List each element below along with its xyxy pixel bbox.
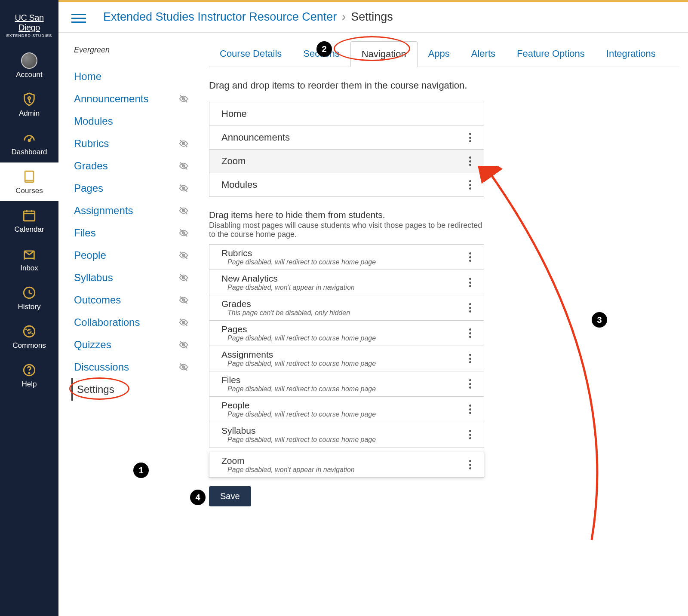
tab-integrations[interactable]: Integrations xyxy=(596,41,666,67)
eye-off-icon xyxy=(178,295,189,305)
course-nav-link[interactable]: Home xyxy=(74,70,101,83)
kebab-icon[interactable] xyxy=(469,354,472,363)
course-nav-item-syllabus[interactable]: Syllabus xyxy=(71,267,192,289)
hidden-item-desc: Page disabled, won't appear in navigatio… xyxy=(227,284,355,291)
nav-item-name: Modules xyxy=(221,179,257,190)
global-nav-item-commons[interactable]: Commons xyxy=(0,317,58,356)
course-nav-link[interactable]: Rubrics xyxy=(74,138,109,150)
global-nav-item-admin[interactable]: Admin xyxy=(0,85,58,124)
dragging-zoom-item[interactable]: Zoom Page disabled, won't appear in navi… xyxy=(209,452,484,478)
annotation-badge-3: 3 xyxy=(592,312,607,328)
visible-nav-item[interactable]: Zoom xyxy=(209,149,484,173)
global-nav-item-history[interactable]: History xyxy=(0,279,58,317)
visible-nav-item[interactable]: Home xyxy=(209,102,484,126)
course-nav-item-outcomes[interactable]: Outcomes xyxy=(71,289,192,311)
hidden-nav-item[interactable]: GradesThis page can't be disabled, only … xyxy=(209,295,484,320)
kebab-icon[interactable] xyxy=(469,303,472,313)
course-nav-item-people[interactable]: People xyxy=(71,244,192,267)
global-nav-item-help[interactable]: Help xyxy=(0,356,58,395)
course-nav-item-modules[interactable]: Modules xyxy=(71,110,192,132)
global-nav-item-account[interactable]: Account xyxy=(0,46,58,85)
global-nav-label: History xyxy=(18,303,41,311)
hidden-nav-item[interactable]: PagesPage disabled, will redirect to cou… xyxy=(209,320,484,346)
course-nav-link[interactable]: Outcomes xyxy=(74,294,121,306)
eye-off-icon xyxy=(178,139,189,148)
hidden-nav-item[interactable]: SyllabusPage disabled, will redirect to … xyxy=(209,422,484,447)
tab-navigation[interactable]: Navigation xyxy=(350,41,418,67)
eye-off-icon xyxy=(178,251,189,260)
course-nav-item-home[interactable]: Home xyxy=(71,65,192,88)
course-nav-link[interactable]: Discussions xyxy=(74,361,129,373)
tab-apps[interactable]: Apps xyxy=(418,41,461,67)
hidden-item-name: Assignments xyxy=(221,349,376,360)
kebab-icon[interactable] xyxy=(469,278,472,287)
course-nav-item-files[interactable]: Files xyxy=(71,222,192,244)
save-button[interactable]: Save xyxy=(209,486,251,506)
hidden-item-name: Syllabus xyxy=(221,426,376,436)
hidden-item-name: People xyxy=(221,400,376,411)
course-nav-link[interactable]: Syllabus xyxy=(74,272,113,284)
help-icon xyxy=(21,362,37,378)
kebab-icon[interactable] xyxy=(469,405,472,414)
hidden-nav-item[interactable]: RubricsPage disabled, will redirect to c… xyxy=(209,245,484,270)
course-nav-item-settings[interactable]: Settings xyxy=(71,378,192,401)
course-nav-item-discussions[interactable]: Discussions xyxy=(71,356,192,378)
tab-alerts[interactable]: Alerts xyxy=(461,41,506,67)
eye-off-icon xyxy=(178,318,189,327)
course-nav-link[interactable]: Announcements xyxy=(74,93,148,105)
visible-nav-list[interactable]: HomeAnnouncementsZoomModules xyxy=(209,102,484,197)
course-nav-item-rubrics[interactable]: Rubrics xyxy=(71,132,192,155)
course-nav-link[interactable]: Pages xyxy=(74,182,103,194)
course-nav-item-announcements[interactable]: Announcements xyxy=(71,88,192,110)
course-nav-item-pages[interactable]: Pages xyxy=(71,177,192,199)
kebab-icon[interactable] xyxy=(469,156,472,166)
visible-nav-item[interactable]: Modules xyxy=(209,173,484,196)
course-nav-link[interactable]: Collaborations xyxy=(74,316,140,328)
logo: UC San Diego EXTENDED STUDIES xyxy=(0,0,58,46)
hidden-nav-item[interactable]: PeoplePage disabled, will redirect to co… xyxy=(209,396,484,422)
kebab-icon[interactable] xyxy=(469,180,472,190)
dragging-item-desc: Page disabled, won't appear in navigatio… xyxy=(227,466,355,474)
visible-nav-item[interactable]: Announcements xyxy=(209,126,484,149)
svg-point-18 xyxy=(24,326,35,337)
hamburger-icon[interactable] xyxy=(71,11,86,23)
global-nav-item-inbox[interactable]: Inbox xyxy=(0,240,58,279)
hidden-nav-list[interactable]: RubricsPage disabled, will redirect to c… xyxy=(209,244,484,447)
svg-line-17 xyxy=(29,293,32,294)
eye-off-icon xyxy=(178,273,189,282)
course-nav-link[interactable]: Modules xyxy=(74,115,113,127)
hidden-nav-item[interactable]: FilesPage disabled, will redirect to cou… xyxy=(209,371,484,396)
course-nav-item-quizzes[interactable]: Quizzes xyxy=(71,334,192,356)
hidden-nav-item[interactable]: New AnalyticsPage disabled, won't appear… xyxy=(209,270,484,295)
course-nav-item-grades[interactable]: Grades xyxy=(71,155,192,177)
course-nav-link[interactable]: Settings xyxy=(77,383,114,395)
breadcrumb-link[interactable]: Extended Studies Instructor Resource Cen… xyxy=(103,10,337,24)
kebab-icon[interactable] xyxy=(469,252,472,262)
tab-feature-options[interactable]: Feature Options xyxy=(506,41,596,67)
tab-course-details[interactable]: Course Details xyxy=(209,41,292,67)
kebab-icon[interactable] xyxy=(469,328,472,338)
course-nav-link[interactable]: Quizzes xyxy=(74,339,111,351)
kebab-icon[interactable] xyxy=(469,430,472,439)
inbox-icon xyxy=(21,246,37,262)
global-nav-label: Help xyxy=(22,380,37,389)
eye-off-icon xyxy=(178,206,189,215)
kebab-icon[interactable] xyxy=(469,133,472,142)
course-nav-item-collaborations[interactable]: Collaborations xyxy=(71,311,192,334)
global-nav-item-dashboard[interactable]: Dashboard xyxy=(0,124,58,162)
hide-heading: Drag items here to hide them from studen… xyxy=(209,210,679,220)
global-nav: UC San Diego EXTENDED STUDIES AccountAdm… xyxy=(0,0,58,616)
course-nav-link[interactable]: People xyxy=(74,249,106,261)
global-nav-item-courses[interactable]: Courses xyxy=(0,162,58,201)
hidden-nav-item[interactable]: AssignmentsPage disabled, will redirect … xyxy=(209,346,484,371)
global-nav-label: Calendar xyxy=(15,225,44,234)
global-nav-item-calendar[interactable]: Calendar xyxy=(0,201,58,240)
course-nav-link[interactable]: Grades xyxy=(74,160,108,172)
course-nav-link[interactable]: Assignments xyxy=(74,205,133,217)
course-nav-link[interactable]: Files xyxy=(74,227,96,239)
kebab-icon[interactable] xyxy=(469,379,472,389)
topbar: Extended Studies Instructor Resource Cen… xyxy=(58,2,688,33)
course-nav-item-assignments[interactable]: Assignments xyxy=(71,199,192,222)
eye-off-icon xyxy=(178,184,189,193)
kebab-icon[interactable] xyxy=(469,460,472,469)
